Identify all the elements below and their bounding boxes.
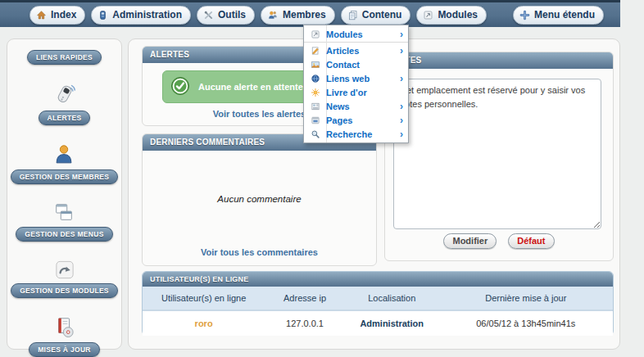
extended-menu-label: Menu étendu xyxy=(534,9,595,20)
submenu-arrow-icon: › xyxy=(400,102,403,111)
nav-item-contenu[interactable]: Contenu xyxy=(341,6,411,25)
menu-item-label: Liens web xyxy=(326,74,370,84)
menu-item-news[interactable]: News › xyxy=(304,99,408,113)
nav-item-index[interactable]: Index xyxy=(29,6,85,25)
modules-icon xyxy=(423,10,433,20)
notes-panel-header: NOTES xyxy=(385,52,613,69)
tools-icon xyxy=(203,10,214,20)
menu-item-label: Pages xyxy=(326,115,352,125)
check-circle-icon xyxy=(170,76,190,97)
sidebar-item-gestion-menus[interactable]: GESTION DES MENUS xyxy=(16,201,112,242)
modules-dropdown-menu: Modules › Articles › Contact Liens web ›… xyxy=(303,25,409,143)
content-icon xyxy=(347,10,358,20)
ip-address-cell: 127.0.0.1 xyxy=(265,310,345,336)
menu-item-label: Contact xyxy=(326,60,360,70)
windows-stack-icon xyxy=(52,201,76,224)
nav-item-label: Membres xyxy=(283,9,326,20)
nav-items: Index Administration Outils Membres Cont… xyxy=(29,6,487,25)
pager-alert-icon xyxy=(51,82,79,108)
column-header-location: Localisation xyxy=(345,287,439,310)
sun-icon xyxy=(304,88,326,97)
last-update-cell: 06/05/12 à 13h45min41s xyxy=(439,310,613,336)
nav-item-modules[interactable]: Modules xyxy=(416,6,487,25)
submenu-arrow-icon: › xyxy=(400,29,403,39)
menu-item-livre-dor[interactable]: Livre d'or xyxy=(304,85,408,99)
column-header-ip: Adresse ip xyxy=(265,287,345,310)
alert-message: Aucune alerte en attente xyxy=(198,82,303,92)
search-icon xyxy=(304,129,326,139)
contact-icon xyxy=(304,60,326,70)
sidebar-item-label: GESTION DES MODULES xyxy=(11,283,118,298)
sidebar-item-gestion-modules[interactable]: GESTION DES MODULES xyxy=(11,259,118,298)
menu-item-label: Livre d'or xyxy=(326,88,367,97)
nav-item-label: Modules xyxy=(438,9,478,20)
nav-item-label: Contenu xyxy=(362,9,402,20)
nav-item-label: Administration xyxy=(112,9,182,20)
table-header-row: Utilisateur(s) en ligne Adresse ip Local… xyxy=(143,287,613,310)
members-icon xyxy=(267,10,279,20)
top-navbar: Index Administration Outils Membres Cont… xyxy=(0,0,620,27)
admin-icon xyxy=(98,10,108,20)
extended-menu-button[interactable]: Menu étendu xyxy=(513,6,604,25)
notes-panel: NOTES Cet emplacement est réservé pour y… xyxy=(384,52,614,261)
sidebar-item-alertes[interactable]: ALERTES xyxy=(39,82,91,125)
nav-item-membres[interactable]: Membres xyxy=(261,6,335,25)
user-name-cell[interactable]: roro xyxy=(143,310,265,336)
sidebar-title: LIENS RAPIDES xyxy=(27,50,102,65)
sidebar-item-label: ALERTES xyxy=(39,111,91,125)
nav-item-administration[interactable]: Administration xyxy=(91,6,191,25)
sidebar-item-mises-a-jour[interactable]: MISES À JOUR xyxy=(29,315,100,357)
column-header-last-update: Dernière mise à jour xyxy=(439,287,613,310)
member-person-icon xyxy=(52,142,76,167)
menu-item-pages[interactable]: Pages › xyxy=(304,113,408,127)
menu-item-recherche[interactable]: Recherche › xyxy=(304,127,408,141)
table-row: roro 127.0.0.1 Administration 06/05/12 à… xyxy=(143,310,613,336)
quick-links-sidebar: LIENS RAPIDES ALERTES GESTION DES MEMBRE… xyxy=(7,38,122,350)
comments-body: Aucun commentaire Voir tous les commenta… xyxy=(143,151,376,265)
globe-icon xyxy=(304,74,326,84)
submenu-arrow-icon: › xyxy=(400,129,403,139)
online-users-table: Utilisateur(s) en ligne Adresse ip Local… xyxy=(143,287,613,336)
submenu-arrow-icon: › xyxy=(400,74,403,84)
online-users-panel: UTILISATEUR(S) EN LIGNE Utilisateur(s) e… xyxy=(142,271,614,336)
home-icon xyxy=(36,10,47,20)
page-window-icon xyxy=(304,115,326,125)
article-pencil-icon xyxy=(304,46,326,56)
menu-item-liens-web[interactable]: Liens web › xyxy=(304,71,408,85)
submenu-arrow-icon: › xyxy=(400,115,403,125)
column-header-user: Utilisateur(s) en ligne xyxy=(143,287,265,310)
notes-buttons-row: Modifier Défaut xyxy=(385,233,613,249)
modify-button[interactable]: Modifier xyxy=(443,233,497,249)
default-button[interactable]: Défaut xyxy=(508,233,554,249)
location-cell: Administration xyxy=(345,310,439,336)
module-arrow-icon xyxy=(53,259,76,281)
menu-item-label: Modules xyxy=(326,29,363,39)
nav-item-label: Outils xyxy=(218,9,246,20)
sidebar-item-label: MISES À JOUR xyxy=(29,342,100,357)
submenu-arrow-icon: › xyxy=(400,46,403,56)
sidebar-item-label: GESTION DES MENUS xyxy=(16,227,112,242)
view-all-comments-link[interactable]: Voir tous les commentaires xyxy=(143,247,376,257)
menu-item-label: News xyxy=(326,102,350,111)
sidebar-item-label: GESTION DES MEMBRES xyxy=(11,169,119,184)
menu-item-label: Recherche xyxy=(326,129,372,139)
menu-item-modules[interactable]: Modules › xyxy=(304,27,408,41)
modules-icon xyxy=(304,29,326,39)
menu-item-articles[interactable]: Articles › xyxy=(304,43,408,57)
nav-item-outils[interactable]: Outils xyxy=(197,6,255,25)
online-users-header: UTILISATEUR(S) EN LIGNE xyxy=(143,272,613,287)
menu-item-contact[interactable]: Contact xyxy=(304,57,408,71)
no-comment-message: Aucun commentaire xyxy=(143,151,376,247)
newspaper-icon xyxy=(304,102,326,111)
menu-item-label: Articles xyxy=(326,46,359,56)
comments-panel: DERNIERS COMMENTAIRES Aucun commentaire … xyxy=(142,133,377,266)
sidebar-item-gestion-membres[interactable]: GESTION DES MEMBRES xyxy=(11,142,119,184)
nav-item-label: Index xyxy=(51,9,76,20)
notes-textarea[interactable]: Cet emplacement est réservé pour y saisi… xyxy=(393,79,601,229)
admin-dashboard: Index Administration Outils Membres Cont… xyxy=(0,0,644,357)
menu-separator xyxy=(304,42,408,43)
plus-icon xyxy=(519,10,530,20)
update-disc-icon xyxy=(52,315,77,340)
